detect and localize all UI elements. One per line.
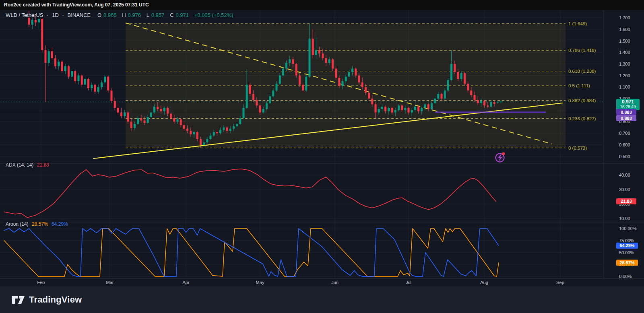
svg-text:0.618 (1.238): 0.618 (1.238) xyxy=(568,69,596,74)
fib-labels: 1 (1.649)0.786 (1.418)0.618 (1.238)0.5 (… xyxy=(568,21,596,150)
credit-text: Ron2ee created with TradingView.com, Aug… xyxy=(4,2,149,8)
low-value: 0.957 xyxy=(151,12,165,18)
svg-text:Sep: Sep xyxy=(556,280,564,285)
svg-text:1.600: 1.600 xyxy=(619,27,630,32)
axis-badge[interactable]: 21.83 xyxy=(616,198,636,204)
close-key: C xyxy=(170,12,173,18)
symbol-title[interactable]: WLD / TetherUS xyxy=(6,12,43,18)
last-price-badge[interactable]: 0.97116:28:49 xyxy=(616,99,640,110)
flash-drawing-icon[interactable] xyxy=(496,152,505,162)
credit-bar: Ron2ee created with TradingView.com, Aug… xyxy=(0,0,644,10)
high-key: H xyxy=(122,12,126,18)
adx-value: 21.83 xyxy=(37,162,49,168)
svg-text:1.500: 1.500 xyxy=(619,39,630,43)
svg-text:Apr: Apr xyxy=(182,280,189,285)
legend-separator1: · xyxy=(47,12,48,18)
time-axis[interactable]: FebMarAprMayJunJulAugSep xyxy=(37,280,564,285)
svg-text:64.29%: 64.29% xyxy=(619,243,635,248)
chart-canvas[interactable]: 1.7001.6001.5001.4001.3001.2001.1001.000… xyxy=(0,0,644,313)
axis-badge[interactable]: 0.883 xyxy=(616,109,636,115)
svg-text:0.600: 0.600 xyxy=(619,142,630,147)
notification-dot xyxy=(502,152,505,155)
aroon-down-value: 64.29% xyxy=(52,221,68,227)
svg-text:0.883: 0.883 xyxy=(621,110,632,115)
exchange-label: BINANCE xyxy=(68,12,91,18)
price-axis[interactable]: 1.7001.6001.5001.4001.3001.2001.1001.000… xyxy=(619,15,637,279)
footer-bar: TradingView xyxy=(0,286,644,313)
high-value: 0.976 xyxy=(128,12,141,18)
svg-text:Jun: Jun xyxy=(331,280,339,285)
axis-badge[interactable]: 64.29% xyxy=(616,243,638,249)
svg-text:May: May xyxy=(256,280,264,285)
svg-text:0.5 (1.111): 0.5 (1.111) xyxy=(568,83,590,88)
tradingview-logo-icon[interactable] xyxy=(11,294,25,305)
svg-text:21.83: 21.83 xyxy=(621,199,632,204)
svg-text:1.200: 1.200 xyxy=(619,73,630,78)
svg-text:30.00: 30.00 xyxy=(619,187,630,192)
adx-title[interactable]: ADX (14, 14) xyxy=(6,162,33,168)
svg-text:0.786 (1.418): 0.786 (1.418) xyxy=(568,48,596,53)
svg-text:Aug: Aug xyxy=(480,280,488,285)
adx-legend: ADX (14, 14) 21.83 xyxy=(6,162,51,168)
aroon-title[interactable]: Aroon (14) xyxy=(6,221,29,227)
tradingview-chart-window: Ron2ee created with TradingView.com, Aug… xyxy=(0,0,644,313)
svg-text:10.00: 10.00 xyxy=(619,216,630,221)
svg-text:0.883: 0.883 xyxy=(621,116,632,121)
svg-text:0 (0.573): 0 (0.573) xyxy=(568,146,587,150)
svg-text:1.400: 1.400 xyxy=(619,50,630,55)
open-key: O xyxy=(97,12,101,18)
svg-text:1.300: 1.300 xyxy=(619,62,630,66)
aroon-legend: Aroon (14) 28.57% 64.29% xyxy=(6,221,70,227)
change-value: +0.005 (+0.52%) xyxy=(194,12,233,18)
aroon-up-value: 28.57% xyxy=(32,221,48,227)
svg-text:0.971: 0.971 xyxy=(622,99,634,105)
svg-text:Feb: Feb xyxy=(37,280,45,285)
adx-line[interactable] xyxy=(4,169,496,218)
svg-text:40.00: 40.00 xyxy=(619,173,630,177)
svg-text:0.00%: 0.00% xyxy=(619,274,632,279)
open-value: 0.966 xyxy=(103,12,117,18)
svg-text:50.00%: 50.00% xyxy=(619,250,634,255)
svg-text:1.700: 1.700 xyxy=(619,15,630,20)
interval-label[interactable]: 1D xyxy=(52,12,59,18)
axis-badge[interactable]: 0.883 xyxy=(616,115,636,121)
svg-text:0.236 (0.827): 0.236 (0.827) xyxy=(568,116,596,121)
symbol-legend: WLD / TetherUS · 1D · BINANCE O0.966 H0.… xyxy=(6,12,235,18)
svg-text:0.500: 0.500 xyxy=(619,154,630,159)
svg-text:16:28:49: 16:28:49 xyxy=(620,105,636,109)
legend-separator2: · xyxy=(62,12,64,18)
svg-text:0.700: 0.700 xyxy=(619,131,630,136)
svg-text:100.00%: 100.00% xyxy=(619,226,637,231)
low-key: L xyxy=(147,12,149,18)
svg-text:1.100: 1.100 xyxy=(619,84,630,89)
svg-text:Mar: Mar xyxy=(106,280,114,285)
svg-text:1 (1.649): 1 (1.649) xyxy=(568,21,587,26)
svg-text:75.00%: 75.00% xyxy=(619,238,634,243)
close-value: 0.971 xyxy=(176,12,189,18)
tradingview-wordmark[interactable]: TradingView xyxy=(29,294,82,305)
fib-retracement[interactable] xyxy=(126,24,566,148)
svg-text:Jul: Jul xyxy=(406,280,411,285)
svg-text:0.382 (0.984): 0.382 (0.984) xyxy=(568,98,596,103)
svg-text:28.57%: 28.57% xyxy=(619,260,635,265)
axis-badge[interactable]: 28.57% xyxy=(616,260,638,266)
